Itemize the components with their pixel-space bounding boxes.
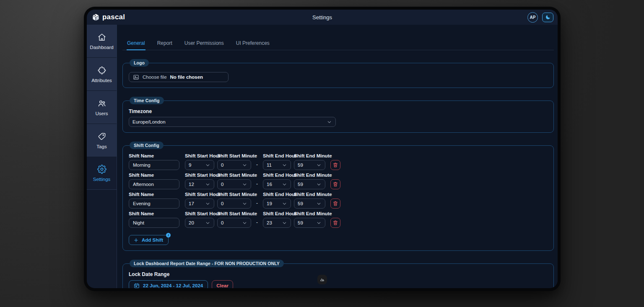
lock-date-range-row: 22 Jun, 2024 - 12 Jul, 2024 Clear <box>129 280 548 288</box>
shift-row: Shift Name Shift Start Hour 20 Shift Sta… <box>129 211 548 228</box>
shift-end-minute-select[interactable]: 59 <box>294 179 325 189</box>
app-window: pascal Settings AP Dashboard <box>84 7 561 291</box>
tab-report[interactable]: Report <box>157 40 173 50</box>
shift-row: Shift Name Shift Start Hour 12 Shift Sta… <box>129 173 548 189</box>
shift-end-minute-select[interactable]: 59 <box>294 160 325 170</box>
shift-end-minute-select[interactable]: 59 <box>294 199 325 209</box>
sidebar-item-label: Users <box>95 111 108 116</box>
shift-start-hour-select[interactable]: 20 <box>185 218 214 228</box>
chevron-down-icon <box>242 220 247 226</box>
sidebar-item-label: Dashboard <box>90 45 113 50</box>
shift-start-hour-select[interactable]: 12 <box>185 179 214 189</box>
shift-row: Shift Name Shift Start Hour 9 Shift Star… <box>129 153 548 170</box>
brand-logo[interactable]: pascal <box>92 13 125 21</box>
timezone-select[interactable]: Europe/London <box>129 117 336 127</box>
shift-start-hour-label: Shift Start Hour <box>185 192 214 197</box>
timezone-label: Timezone <box>129 108 548 114</box>
plus-icon <box>133 237 139 243</box>
delete-shift-button[interactable] <box>330 160 340 170</box>
add-shift-info-badge: i <box>166 233 171 237</box>
shift-end-hour-select[interactable]: 11 <box>263 160 291 170</box>
shift-end-hour-value: 11 <box>267 163 272 168</box>
shift-name-input[interactable] <box>129 218 179 228</box>
delete-shift-button[interactable] <box>330 179 340 189</box>
trash-icon <box>332 220 338 226</box>
chevron-down-icon <box>316 163 322 168</box>
shift-start-minute-value: 0 <box>221 201 223 206</box>
users-icon <box>97 99 106 108</box>
range-separator: - <box>251 200 263 209</box>
shift-end-minute-value: 59 <box>298 163 303 168</box>
shift-end-hour-label: Shift End Hour <box>263 192 291 197</box>
shift-name-label: Shift Name <box>129 173 179 178</box>
sidebar-item-settings[interactable]: Settings <box>87 157 117 190</box>
choose-file-label: Choose file <box>143 75 167 80</box>
sidebar-item-dashboard[interactable]: Dashboard <box>87 25 117 58</box>
shift-start-minute-value: 0 <box>221 163 223 168</box>
date-range-button[interactable]: 22 Jun, 2024 - 12 Jul, 2024 <box>129 280 208 288</box>
add-shift-button[interactable]: Add Shift i <box>129 235 169 245</box>
shift-name-input[interactable] <box>129 199 179 209</box>
shift-start-minute-label: Shift Start Minute <box>217 211 251 216</box>
tab-ui-preferences[interactable]: UI Preferences <box>236 40 270 50</box>
body-row: Dashboard Attributes Users <box>87 25 558 288</box>
sidebar-item-attributes[interactable]: Attributes <box>87 58 117 91</box>
shift-end-hour-label: Shift End Hour <box>263 153 291 158</box>
sidebar-item-tags[interactable]: Tags <box>87 124 117 157</box>
moon-icon <box>545 14 551 20</box>
time-config-section: Time Config Timezone Europe/London <box>122 97 554 133</box>
shift-name-input[interactable] <box>129 160 179 170</box>
clear-date-range-button[interactable]: Clear <box>212 280 233 288</box>
chevron-down-icon <box>316 182 322 187</box>
lock-date-range-label: Lock Date Range <box>129 271 548 277</box>
shift-start-hour-select[interactable]: 9 <box>185 160 214 170</box>
tag-icon <box>97 132 106 141</box>
tab-user-permissions[interactable]: User Permissions <box>184 40 224 50</box>
tab-general[interactable]: General <box>127 40 145 50</box>
shift-start-minute-select[interactable]: 0 <box>217 199 251 209</box>
chevron-down-icon <box>205 163 210 168</box>
shift-end-minute-label: Shift End Minute <box>294 153 325 158</box>
shift-end-hour-value: 19 <box>267 201 272 206</box>
shift-start-minute-value: 0 <box>221 182 223 187</box>
calendar-icon <box>134 283 140 289</box>
theme-toggle-button[interactable] <box>542 13 553 22</box>
shift-end-hour-select[interactable]: 19 <box>263 199 291 209</box>
date-range-value: 22 Jun, 2024 - 12 Jul, 2024 <box>143 283 203 288</box>
puzzle-icon <box>97 66 106 75</box>
delete-shift-button[interactable] <box>330 218 340 228</box>
logo-file-input[interactable]: Choose file No file chosen <box>129 72 229 82</box>
shift-name-input[interactable] <box>129 179 179 189</box>
shift-start-minute-select[interactable]: 0 <box>217 179 251 189</box>
shift-end-hour-select[interactable]: 23 <box>263 218 291 228</box>
shift-start-minute-select[interactable]: 0 <box>217 160 251 170</box>
shift-end-minute-select[interactable]: 59 <box>294 218 325 228</box>
shift-start-minute-label: Shift Start Minute <box>217 173 251 178</box>
add-shift-label: Add Shift <box>142 237 163 243</box>
shift-start-hour-select[interactable]: 17 <box>185 199 214 209</box>
shift-start-minute-label: Shift Start Minute <box>217 192 251 197</box>
shift-name-label: Shift Name <box>129 211 179 216</box>
shift-name-label: Shift Name <box>129 153 179 158</box>
shift-config-legend: Shift Config <box>130 142 164 149</box>
dev-tools-badge[interactable] <box>317 275 327 284</box>
logo-section: Logo Choose file No file chosen <box>122 59 554 88</box>
gear-icon <box>97 165 106 174</box>
shift-start-hour-label: Shift Start Hour <box>185 173 214 178</box>
sidebar-item-label: Settings <box>93 177 111 182</box>
shift-end-hour-label: Shift End Hour <box>263 173 291 178</box>
shift-start-hour-label: Shift Start Hour <box>185 153 214 158</box>
trash-icon <box>332 162 338 168</box>
image-icon <box>133 74 139 80</box>
avatar[interactable]: AP <box>527 12 538 23</box>
chevron-down-icon <box>316 220 322 226</box>
shift-end-hour-select[interactable]: 16 <box>263 179 291 189</box>
shift-start-minute-select[interactable]: 0 <box>217 218 251 228</box>
mountains-icon <box>319 276 325 283</box>
sidebar-item-users[interactable]: Users <box>87 91 117 124</box>
tab-bar: General Report User Permissions UI Prefe… <box>122 40 554 50</box>
home-icon <box>97 33 106 42</box>
delete-shift-button[interactable] <box>330 199 340 209</box>
sidebar-item-label: Attributes <box>91 78 112 83</box>
shift-start-hour-label: Shift Start Hour <box>185 211 214 216</box>
